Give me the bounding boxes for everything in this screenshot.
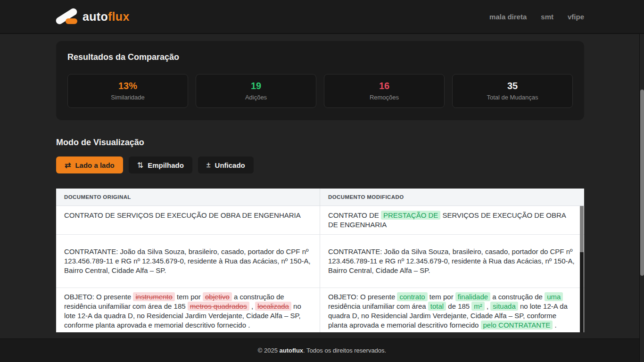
app-footer: © 2025 autoflux. Todos os direitos reser… — [0, 338, 644, 362]
diff-cell-left: OBJETO: O presente instrumento tem por o… — [56, 288, 320, 332]
nav-item-smt[interactable]: smt — [541, 13, 553, 21]
diff-text: CONTRATO DE — [328, 211, 381, 219]
main-content: Resultados da Comparação 13% Similaridad… — [56, 41, 584, 332]
stat-similarity-label: Similaridade — [111, 94, 145, 101]
unified-button[interactable]: ± Unficado — [198, 156, 254, 173]
diff-text: CONTRATANTE: João da Silva Souza, brasil… — [64, 247, 311, 274]
results-title: Resultados da Comparação — [67, 51, 573, 63]
page-scrollbar-track[interactable] — [639, 34, 644, 362]
diff-cell-right: CONTRATANTE: João da Silva Souza, brasil… — [320, 235, 584, 288]
side-by-side-button[interactable]: ⇄ Lado a lado — [56, 156, 123, 173]
side-by-side-label: Lado a lado — [75, 161, 114, 169]
diff-text: tem por — [428, 293, 455, 301]
stat-removals: 16 Remoções — [324, 74, 445, 108]
stat-similarity: 13% Similaridade — [67, 74, 188, 108]
view-mode-buttons: ⇄ Lado a lado ⇅ Empilhado ± Unficado — [56, 156, 584, 173]
stat-total-changes: 35 Total de Mudanças — [452, 74, 573, 108]
diff-text: OBJETO: O presente — [64, 293, 133, 301]
table-scrollbar-track[interactable] — [580, 206, 584, 332]
swap-horizontal-icon: ⇄ — [65, 161, 71, 170]
diff-text: residência unifamiliar com área — [328, 302, 428, 310]
diff-table-header: DOCUMENTO ORIGINAL DOCUMENTO MODIFICADO — [56, 189, 584, 206]
footer-brand: autoflux — [280, 347, 304, 354]
diff-text: CONTRATO DE SERVIÇOS DE EXECUÇÃO DE OBRA… — [64, 211, 301, 219]
results-card: Resultados da Comparação 13% Similaridad… — [56, 41, 584, 120]
swap-vertical-icon: ⇅ — [137, 161, 143, 170]
view-mode-title: Modo de Visualização — [56, 137, 584, 148]
stat-additions-label: Adições — [245, 94, 267, 101]
stacked-button[interactable]: ⇅ Empilhado — [129, 156, 192, 173]
diff-addition: m² — [471, 302, 485, 311]
app-header: autoflux mala direta smt vfipe — [0, 0, 644, 34]
diff-text: a construção de — [490, 293, 545, 301]
copyright-text: © 2025 autoflux. Todos os direitos reser… — [258, 347, 386, 354]
diff-text: OBJETO: O presente — [328, 293, 397, 301]
diff-cell-right: CONTRATO DE PRESTAÇÃO DE SERVIÇOS DE EXE… — [320, 206, 584, 234]
main-nav: mala direta smt vfipe — [489, 13, 584, 21]
modified-document-header: DOCUMENTO MODIFICADO — [320, 194, 584, 200]
stacked-label: Empilhado — [148, 161, 184, 169]
logo-text: autoflux — [83, 10, 130, 24]
diff-cell-left: CONTRATANTE: João da Silva Souza, brasil… — [56, 235, 320, 288]
diff-addition: contrato — [397, 292, 427, 301]
diff-text: . — [553, 321, 556, 329]
nav-item-mala-direta[interactable]: mala direta — [489, 13, 527, 21]
unified-label: Unficado — [215, 161, 245, 169]
diff-text: de 185 — [446, 302, 471, 310]
stat-total-changes-label: Total de Mudanças — [487, 94, 538, 101]
diff-text: , — [249, 302, 256, 310]
diff-addition: situada — [490, 302, 518, 311]
diff-addition: pelo CONTRATANTE — [481, 321, 553, 329]
diff-removal: instrumento — [133, 292, 174, 301]
diff-table: DOCUMENTO ORIGINAL DOCUMENTO MODIFICADO … — [56, 189, 584, 332]
stat-removals-value: 16 — [379, 81, 389, 90]
diff-text: tem por — [175, 293, 203, 301]
diff-cell-left: CONTRATO DE SERVIÇOS DE EXECUÇÃO DE OBRA… — [56, 206, 320, 234]
diff-removal: localizada — [255, 302, 291, 311]
nav-item-vfipe[interactable]: vfipe — [568, 13, 584, 21]
diff-addition: finalidade — [455, 292, 490, 301]
stat-similarity-value: 13% — [118, 81, 137, 90]
stat-removals-label: Remoções — [370, 94, 399, 101]
diff-removal: metros quadrados — [188, 302, 249, 311]
logo-icon — [56, 8, 79, 25]
stat-total-changes-value: 35 — [507, 81, 518, 90]
diff-addition: uma — [545, 292, 563, 301]
table-scrollbar-thumb[interactable] — [580, 206, 584, 252]
original-document-header: DOCUMENTO ORIGINAL — [56, 189, 320, 206]
table-row: CONTRATO DE SERVIÇOS DE EXECUÇÃO DE OBRA… — [56, 206, 584, 235]
diff-rows: CONTRATO DE SERVIÇOS DE EXECUÇÃO DE OBRA… — [56, 206, 584, 332]
diff-text: , — [485, 302, 491, 310]
page-scrollbar-thumb[interactable] — [640, 90, 644, 276]
table-row: OBJETO: O presente instrumento tem por o… — [56, 288, 584, 332]
diff-removal: objetivo — [203, 292, 232, 301]
stats-grid: 13% Similaridade 19 Adições 16 Remoções … — [67, 74, 573, 108]
table-row: CONTRATANTE: João da Silva Souza, brasil… — [56, 235, 584, 288]
diff-text: CONTRATANTE: João da Silva Souza, brasil… — [328, 247, 575, 274]
diff-addition: PRESTAÇÃO DE — [381, 211, 440, 220]
stat-additions-value: 19 — [251, 81, 261, 90]
plus-minus-icon: ± — [206, 161, 211, 169]
logo[interactable]: autoflux — [56, 8, 130, 25]
logo-dot-shape — [66, 18, 77, 24]
diff-addition: total — [428, 302, 446, 311]
diff-cell-right: OBJETO: O presente contrato tem por fina… — [320, 288, 584, 332]
stat-additions: 19 Adições — [196, 74, 316, 108]
